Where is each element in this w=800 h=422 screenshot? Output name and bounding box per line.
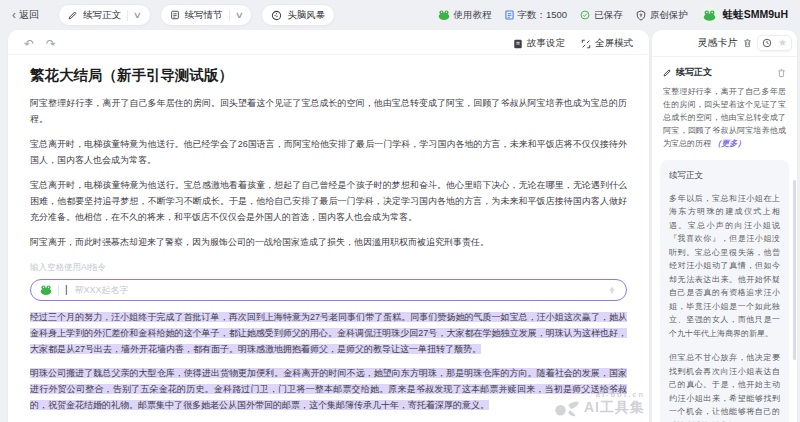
saved-check-icon bbox=[580, 10, 590, 20]
inspiration-card-result[interactable]: 续写正文 多年以后，宝总和汪小姐在上海东方明珠的建成仪式上相遇。宝总小声的向汪小… bbox=[660, 160, 789, 422]
back-button[interactable]: ‹ 返回 bbox=[12, 8, 39, 22]
sidebar-header: 灵感卡片 ★ bbox=[652, 30, 797, 57]
saved-label: 已保存 bbox=[594, 9, 623, 22]
sidebar-tools: ★ bbox=[757, 35, 792, 51]
back-label: 返回 bbox=[19, 8, 39, 22]
card-paragraph: 但宝总不甘心放弃，他决定要找到机会再次向汪小姐表达自己的真心。于是，他开始主动约… bbox=[669, 351, 780, 422]
continue-plot-pill[interactable]: 续写情节 ∨ bbox=[160, 4, 253, 26]
watermark-logo-icon bbox=[554, 397, 580, 417]
paragraph: 宝总离开时，电梯孩童特意为他送行。他已经学会了26国语言，而阿宝给他安排了最后一… bbox=[30, 136, 627, 168]
editor-toolbar-right: 故事设定 全屏模式 bbox=[513, 37, 633, 50]
ai-command-hint: 输入空格使用AI指令 bbox=[30, 259, 627, 275]
history-controls: ↶ ↷ bbox=[24, 38, 56, 50]
paragraph: 宝总离开时，电梯孩童特意为他送行。宝总感激地看着孩童，想起了自己曾经是个孩子时的… bbox=[30, 177, 627, 225]
protection-label: 原创保护 bbox=[650, 9, 688, 22]
watermark-text: ai-bot.cn AI工具集 bbox=[584, 390, 645, 417]
shield-icon bbox=[636, 10, 646, 21]
avatar[interactable] bbox=[701, 6, 719, 24]
inspiration-sidebar: 灵感卡片 ★ 续写正文 宝整理好行李，离开了自己多年居住的房间，回头望着这个见证… bbox=[652, 30, 797, 422]
favorite-star-icon[interactable]: ★ bbox=[778, 38, 787, 48]
paragraph: 阿宝离开，而此时强慕杰却迎来了警察，因为服饰公司的一战给国家造成了损失，他因滥用… bbox=[30, 234, 627, 250]
brain-icon bbox=[271, 10, 282, 21]
watermark-name: AI工具集 bbox=[584, 399, 645, 417]
body-paragraphs: 阿宝整理好行李，离开了自己多年居住的房间。回头望着这个见证了宝总成长的空间，他由… bbox=[30, 95, 627, 250]
editor-toolbar: ↶ ↷ 故事设定 全屏模式 bbox=[8, 30, 649, 55]
sidebar-scrollbar[interactable] bbox=[793, 180, 796, 360]
story-settings-icon bbox=[513, 39, 523, 49]
pill-label: 续写情节 bbox=[185, 9, 223, 22]
pill-divider bbox=[229, 10, 230, 21]
editor-card: ↶ ↷ 故事设定 全屏模式 繁花大结局（新手引导测试版） 阿宝整理好行李，离开了… bbox=[8, 30, 649, 422]
word-count-icon bbox=[505, 10, 514, 20]
delete-card-trash-icon[interactable] bbox=[777, 68, 786, 78]
username: 蛙蛙SMM9uH bbox=[723, 8, 788, 22]
watermark: ai-bot.cn AI工具集 bbox=[554, 390, 645, 417]
account[interactable]: 蛙蛙SMM9uH bbox=[701, 6, 788, 24]
fullscreen-button[interactable]: 全屏模式 bbox=[581, 37, 633, 50]
card-text: 宝整理好行李，离开了自己多年居住的房间，回头望着这个见证了宝总成长的空间，他由宝… bbox=[663, 85, 786, 150]
card-label: 续写正文 bbox=[669, 169, 780, 183]
tutorial-label: 使用教程 bbox=[454, 9, 492, 22]
fullscreen-label: 全屏模式 bbox=[595, 37, 633, 50]
ai-command-input[interactable]: | 帮XXX起名字 bbox=[30, 279, 627, 301]
chevron-down-icon[interactable]: ∨ bbox=[234, 11, 243, 20]
doc-icon bbox=[170, 10, 180, 20]
selected-paragraph: 明珠公司搬进了魏总父亲的大型仓库，使得进出货物更加便利。金科离开的时间不远，她望… bbox=[30, 365, 627, 413]
input-divider bbox=[58, 285, 59, 296]
card-paragraph: 多年以后，宝总和汪小姐在上海东方明珠的建成仪式上相遇。宝总小声的向汪小姐说『我喜… bbox=[669, 192, 780, 341]
ai-input-placeholder: 帮XXX起名字 bbox=[75, 282, 601, 298]
topbar: ‹ 返回 续写正文 ∨ 续写情节 ∨ 头脑风暴 使用教程 bbox=[0, 0, 800, 30]
redo-icon[interactable]: ↷ bbox=[46, 38, 56, 50]
pen-icon bbox=[663, 68, 672, 77]
chevron-down-icon[interactable]: ∨ bbox=[133, 11, 142, 20]
card-paragraphs: 多年以后，宝总和汪小姐在上海东方明珠的建成仪式上相遇。宝总小声的向汪小姐说『我喜… bbox=[669, 192, 780, 422]
send-icon[interactable] bbox=[607, 285, 617, 295]
highlight-span: 明珠公司搬进了魏总父亲的大型仓库，使得进出货物更加便利。金科离开的时间不远，她望… bbox=[30, 368, 627, 410]
editor-content[interactable]: 阿宝整理好行李，离开了自己多年居住的房间。回头望着这个见证了宝总成长的空间，他由… bbox=[8, 95, 649, 422]
selected-paragraph: 经过三个月的努力，汪小姐终于完成了首批订单，再次回到上海特意为27号老同事们带了… bbox=[30, 309, 627, 357]
highlight-span: 经过三个月的努力，汪小姐终于完成了首批订单，再次回到上海特意为27号老同事们带了… bbox=[30, 312, 627, 354]
tutorial-button[interactable]: 使用教程 bbox=[438, 9, 492, 22]
pen-icon bbox=[68, 10, 78, 20]
frog-icon bbox=[40, 285, 52, 295]
story-settings-label: 故事设定 bbox=[527, 37, 565, 50]
text-cursor: | bbox=[65, 282, 68, 298]
story-settings-button[interactable]: 故事设定 bbox=[513, 37, 565, 50]
pill-divider bbox=[127, 10, 128, 21]
word-count: 字数：1500 bbox=[505, 9, 568, 22]
continue-writing-pill[interactable]: 续写正文 ∨ bbox=[58, 4, 151, 26]
paragraph: 阿宝整理好行李，离开了自己多年居住的房间。回头望着这个见证了宝总成长的空间，他由… bbox=[30, 95, 627, 127]
clear-cards-trash-icon[interactable] bbox=[743, 38, 752, 48]
originality-protection[interactable]: 原创保护 bbox=[636, 9, 688, 22]
card-label: 续写正文 bbox=[676, 66, 712, 79]
history-clock-icon[interactable] bbox=[762, 38, 772, 48]
watermark-url: ai-bot.cn bbox=[584, 390, 645, 399]
frog-icon bbox=[438, 10, 450, 20]
save-status: 已保存 bbox=[580, 9, 623, 22]
highlighted-paragraphs: 经过三个月的努力，汪小姐终于完成了首批订单，再次回到上海特意为27号老同事们带了… bbox=[30, 309, 627, 422]
document-title[interactable]: 繁花大结局（新手引导测试版） bbox=[30, 66, 627, 85]
pill-label: 头脑风暴 bbox=[287, 9, 325, 22]
topbar-right: 使用教程 字数：1500 已保存 原创保护 蛙蛙SMM9uH bbox=[438, 6, 788, 24]
more-link[interactable]: （更多） bbox=[713, 139, 745, 148]
fullscreen-icon bbox=[581, 39, 591, 49]
inspiration-card-active[interactable]: 续写正文 宝整理好行李，离开了自己多年居住的房间，回头望着这个见证了宝总成长的空… bbox=[652, 57, 797, 156]
word-count-label: 字数：1500 bbox=[518, 9, 568, 22]
sidebar-title: 灵感卡片 bbox=[698, 36, 738, 50]
undo-icon[interactable]: ↶ bbox=[24, 38, 34, 50]
back-chevron-icon: ‹ bbox=[12, 9, 16, 21]
card-header: 续写正文 bbox=[663, 66, 786, 79]
brainstorm-pill[interactable]: 头脑风暴 bbox=[261, 4, 335, 26]
pill-label: 续写正文 bbox=[83, 9, 121, 22]
